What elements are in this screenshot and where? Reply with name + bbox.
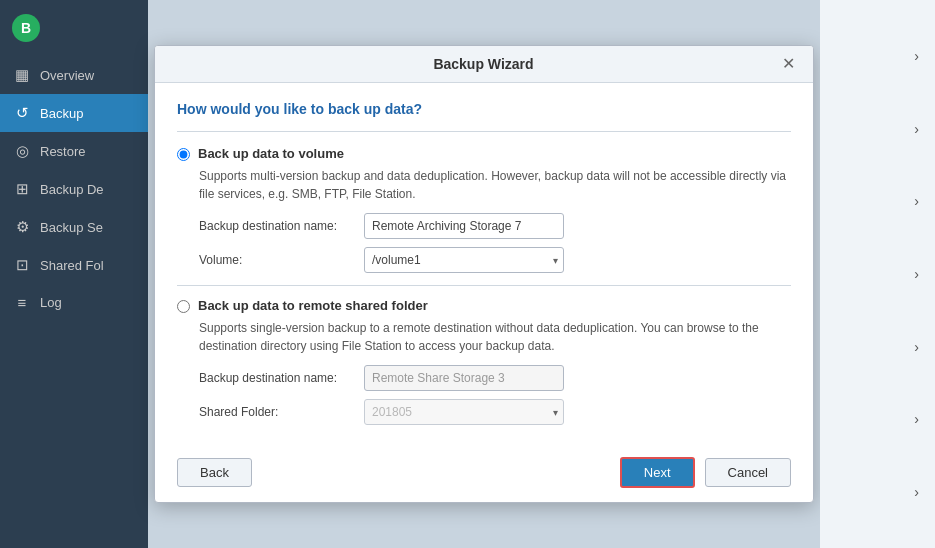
- sidebar: B ▦ Overview ↺ Backup ◎ Restore ⊞ Backup…: [0, 0, 148, 548]
- overview-icon: ▦: [12, 66, 32, 84]
- option2-folder-select: 201805 201806 backup: [364, 399, 564, 425]
- chevron-1[interactable]: ›: [820, 48, 935, 64]
- sidebar-item-backup-se-label: Backup Se: [40, 220, 103, 235]
- option1-radio-row: Back up data to volume: [177, 146, 791, 161]
- modal-title: Backup Wizard: [189, 56, 778, 72]
- sidebar-item-backup-se[interactable]: ⚙ Backup Se: [0, 208, 148, 246]
- chevron-4[interactable]: ›: [820, 266, 935, 282]
- chevron-3[interactable]: ›: [820, 193, 935, 209]
- backup-icon: ↺: [12, 104, 32, 122]
- option2-label[interactable]: Back up data to remote shared folder: [198, 298, 428, 313]
- option2-folder-row: Shared Folder: 201805 201806 backup ▾: [199, 399, 791, 425]
- chevron-5[interactable]: ›: [820, 339, 935, 355]
- chevron-2[interactable]: ›: [820, 121, 935, 137]
- sidebar-item-overview-label: Overview: [40, 68, 94, 83]
- sidebar-item-shared-fol-label: Shared Fol: [40, 258, 104, 273]
- backup-de-icon: ⊞: [12, 180, 32, 198]
- app-logo: B: [0, 0, 148, 56]
- option1-volume-row: Volume: /volume1 /volume2 /volume3 ▾: [199, 247, 791, 273]
- svg-text:B: B: [21, 20, 31, 36]
- option1-dest-name-input[interactable]: [364, 213, 564, 239]
- footer-left: Back: [177, 458, 252, 487]
- restore-icon: ◎: [12, 142, 32, 160]
- option2-folder-select-wrap: 201805 201806 backup ▾: [364, 399, 564, 425]
- modal-backdrop: Backup Wizard ✕ How would you like to ba…: [148, 0, 820, 548]
- cancel-button[interactable]: Cancel: [705, 458, 791, 487]
- sidebar-item-log[interactable]: ≡ Log: [0, 284, 148, 321]
- sidebar-item-backup-de-label: Backup De: [40, 182, 104, 197]
- option1-volume-select[interactable]: /volume1 /volume2 /volume3: [364, 247, 564, 273]
- chevron-6[interactable]: ›: [820, 411, 935, 427]
- option1-volume-label: Volume:: [199, 253, 364, 267]
- option1-description: Supports multi-version backup and data d…: [199, 167, 791, 203]
- modal-question: How would you like to back up data?: [177, 101, 791, 117]
- sidebar-item-restore-label: Restore: [40, 144, 86, 159]
- shared-fol-icon: ⊡: [12, 256, 32, 274]
- footer-right: Next Cancel: [620, 457, 791, 488]
- option1-dest-name-row: Backup destination name:: [199, 213, 791, 239]
- option2-radio[interactable]: [177, 300, 190, 313]
- sidebar-item-backup-de[interactable]: ⊞ Backup De: [0, 170, 148, 208]
- option1-dest-name-label: Backup destination name:: [199, 219, 364, 233]
- option1-section: Back up data to volume Supports multi-ve…: [177, 146, 791, 273]
- modal-body: How would you like to back up data? Back…: [155, 83, 813, 447]
- modal-close-button[interactable]: ✕: [778, 54, 799, 74]
- backup-se-icon: ⚙: [12, 218, 32, 236]
- next-button[interactable]: Next: [620, 457, 695, 488]
- main-area: Backup Wizard ✕ How would you like to ba…: [148, 0, 935, 548]
- option1-radio[interactable]: [177, 148, 190, 161]
- sidebar-item-log-label: Log: [40, 295, 62, 310]
- sidebar-item-overview[interactable]: ▦ Overview: [0, 56, 148, 94]
- chevron-7[interactable]: ›: [820, 484, 935, 500]
- option2-folder-label: Shared Folder:: [199, 405, 364, 419]
- sidebar-item-restore[interactable]: ◎ Restore: [0, 132, 148, 170]
- sidebar-item-shared-fol[interactable]: ⊡ Shared Fol: [0, 246, 148, 284]
- option1-volume-select-wrap: /volume1 /volume2 /volume3 ▾: [364, 247, 564, 273]
- section-divider: [177, 285, 791, 286]
- header-divider: [177, 131, 791, 132]
- option2-radio-row: Back up data to remote shared folder: [177, 298, 791, 313]
- back-button[interactable]: Back: [177, 458, 252, 487]
- option2-description: Supports single-version backup to a remo…: [199, 319, 791, 355]
- option2-dest-name-input: [364, 365, 564, 391]
- sidebar-item-backup[interactable]: ↺ Backup: [0, 94, 148, 132]
- option2-section: Back up data to remote shared folder Sup…: [177, 298, 791, 425]
- option2-dest-name-row: Backup destination name:: [199, 365, 791, 391]
- option2-dest-name-label: Backup destination name:: [199, 371, 364, 385]
- option1-label[interactable]: Back up data to volume: [198, 146, 344, 161]
- backup-wizard-modal: Backup Wizard ✕ How would you like to ba…: [154, 45, 814, 503]
- app-logo-icon: B: [10, 12, 42, 44]
- modal-header: Backup Wizard ✕: [155, 46, 813, 83]
- modal-footer: Back Next Cancel: [155, 447, 813, 502]
- log-icon: ≡: [12, 294, 32, 311]
- right-panel: › › › › › › ›: [820, 0, 935, 548]
- sidebar-item-backup-label: Backup: [40, 106, 83, 121]
